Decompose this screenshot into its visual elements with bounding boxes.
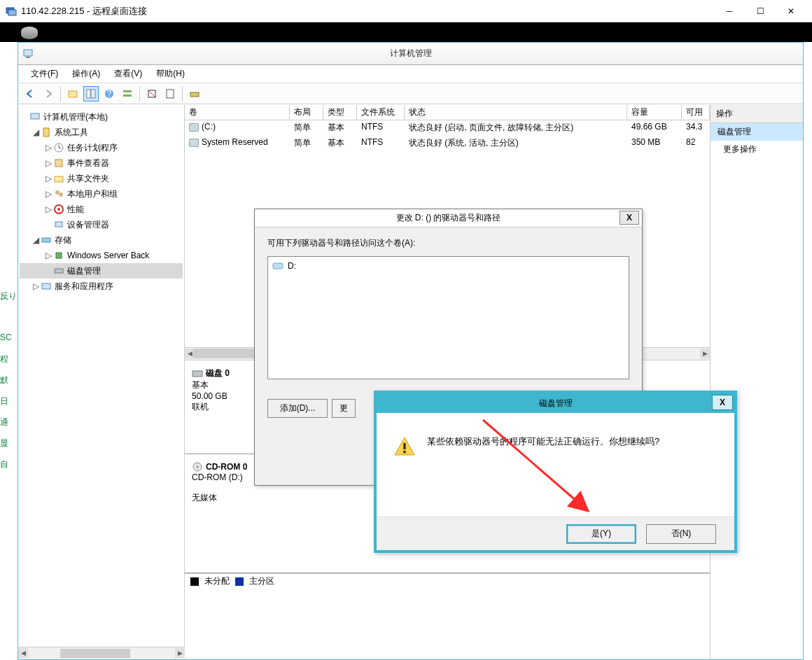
- svg-rect-28: [192, 371, 202, 377]
- volume-row[interactable]: System Reserved 简单基本 NTFS状态良好 (系统, 活动, 主…: [185, 136, 710, 151]
- svg-rect-6: [91, 90, 95, 98]
- refresh-button[interactable]: [144, 86, 160, 101]
- disk-0-title: 磁盘 0: [206, 367, 230, 379]
- svg-rect-25: [56, 253, 62, 258]
- svg-text:?: ?: [107, 89, 112, 99]
- confirm-dialog: 磁盘管理 X 某些依赖驱动器号的程序可能无法正确运行。你想继续吗? 是(Y) 否…: [374, 391, 737, 553]
- dlg2-message: 某些依赖驱动器号的程序可能无法正确运行。你想继续吗?: [427, 435, 659, 448]
- cdrom-title: CD-ROM 0: [206, 462, 247, 472]
- tree-button[interactable]: [83, 86, 99, 101]
- actions-header: 操作: [710, 105, 803, 123]
- warning-icon: [393, 435, 416, 458]
- tree-task-scheduler[interactable]: ▷任务计划程序: [20, 140, 183, 155]
- cmw-titlebar: 计算机管理: [18, 43, 803, 65]
- yes-button[interactable]: 是(Y): [566, 524, 636, 544]
- col-free[interactable]: 可用: [682, 105, 710, 120]
- menu-help[interactable]: 帮助(H): [149, 66, 192, 81]
- add-button[interactable]: 添加(D)...: [267, 399, 328, 418]
- dlg1-prompt: 可用下列驱动器号和路径访问这个卷(A):: [267, 237, 629, 249]
- navigation-tree[interactable]: 计算机管理(本地) ◢系统工具 ▷任务计划程序 ▷事件查看器 ▷共享文件夹 ▷本…: [18, 105, 185, 659]
- list-button[interactable]: [120, 86, 135, 101]
- help-icon-button[interactable]: ?: [102, 86, 117, 101]
- drive-letter-item[interactable]: D:: [272, 261, 624, 271]
- tree-performance[interactable]: ▷性能: [20, 202, 183, 217]
- col-type[interactable]: 类型: [323, 105, 357, 120]
- svg-rect-2: [24, 50, 32, 56]
- actions-more[interactable]: 更多操作: [710, 141, 803, 158]
- col-layout[interactable]: 布局: [290, 105, 323, 120]
- maximize-button[interactable]: ☐: [745, 0, 776, 22]
- menu-view[interactable]: 查看(V): [107, 66, 149, 81]
- close-button[interactable]: ✕: [776, 0, 806, 22]
- legend-unalloc: 未分配: [204, 575, 230, 587]
- disk-icon: [192, 369, 203, 379]
- svg-rect-27: [42, 283, 50, 289]
- svg-rect-5: [87, 90, 90, 98]
- change-button[interactable]: 更: [332, 399, 356, 418]
- menu-action[interactable]: 操作(A): [65, 66, 107, 81]
- svg-rect-3: [26, 57, 30, 58]
- up-button[interactable]: [65, 86, 80, 101]
- legend-primary: 主分区: [249, 575, 274, 587]
- remote-taskbar-strip: [0, 22, 812, 42]
- actions-disk-mgmt[interactable]: 磁盘管理: [710, 123, 803, 141]
- cdrom-icon: [192, 461, 203, 472]
- tree-storage[interactable]: ◢存储: [20, 232, 183, 248]
- props-button[interactable]: [162, 86, 178, 101]
- actions-pane: 操作 磁盘管理 更多操作: [710, 105, 803, 659]
- col-fs[interactable]: 文件系统: [357, 105, 405, 120]
- svg-rect-17: [55, 160, 62, 167]
- svg-rect-31: [273, 263, 283, 269]
- disk-icon: [21, 27, 38, 39]
- svg-rect-23: [55, 222, 62, 227]
- volume-icon: [189, 139, 199, 147]
- tree-system-tools[interactable]: ◢系统工具: [20, 125, 183, 140]
- volumes-header: 卷 布局 类型 文件系统 状态 容量 可用: [185, 105, 710, 120]
- forward-button[interactable]: [41, 86, 56, 101]
- volume-row[interactable]: (C:) 简单基本 NTFS状态良好 (启动, 页面文件, 故障转储, 主分区)…: [185, 120, 710, 136]
- tree-hscroll[interactable]: ◀▶: [18, 647, 185, 659]
- no-button[interactable]: 否(N): [646, 524, 716, 544]
- tree-disk-management[interactable]: 磁盘管理: [20, 263, 183, 279]
- col-status[interactable]: 状态: [405, 105, 627, 120]
- svg-rect-12: [167, 90, 174, 98]
- legend: 未分配 主分区: [185, 573, 710, 589]
- back-button[interactable]: [22, 86, 38, 101]
- svg-rect-9: [123, 90, 132, 92]
- tree-shared-folders[interactable]: ▷共享文件夹: [20, 171, 183, 186]
- drive-letter-listbox[interactable]: D:: [267, 256, 629, 379]
- menubar: 文件(F) 操作(A) 查看(V) 帮助(H): [18, 65, 803, 83]
- tree-root[interactable]: 计算机管理(本地): [20, 109, 183, 125]
- svg-rect-24: [42, 238, 50, 242]
- svg-rect-32: [403, 443, 405, 449]
- minimize-button[interactable]: ─: [714, 0, 745, 22]
- svg-rect-26: [55, 269, 63, 273]
- svg-rect-1: [8, 10, 16, 15]
- svg-rect-10: [123, 94, 132, 97]
- dlg2-titlebar: 磁盘管理 X: [377, 393, 734, 413]
- volume-icon: [189, 123, 199, 132]
- svg-rect-15: [43, 128, 49, 136]
- svg-point-30: [197, 466, 199, 468]
- rdc-icon: [6, 6, 17, 17]
- menu-file[interactable]: 文件(F): [24, 66, 65, 81]
- dlg1-titlebar: 更改 D: () 的驱动器号和路径 X: [255, 209, 642, 227]
- svg-rect-4: [69, 91, 77, 97]
- tree-local-users[interactable]: ▷本地用户和组: [20, 186, 183, 202]
- dlg2-close-button[interactable]: X: [712, 395, 733, 410]
- col-capacity[interactable]: 容量: [627, 105, 682, 120]
- toolbar: ?: [18, 83, 803, 104]
- col-volume[interactable]: 卷: [185, 105, 290, 120]
- rdc-title-text: 110.42.228.215 - 远程桌面连接: [21, 5, 714, 17]
- dlg1-title-text: 更改 D: () 的驱动器号和路径: [396, 212, 501, 224]
- tree-event-viewer[interactable]: ▷事件查看器: [20, 155, 183, 171]
- drive-icon: [272, 261, 284, 271]
- background-leak: 反りSC 程默日 通显自: [0, 290, 18, 479]
- extra-button[interactable]: [187, 86, 202, 101]
- dlg1-close-button[interactable]: X: [620, 211, 639, 225]
- tree-wsb[interactable]: ▷Windows Server Back: [20, 248, 183, 263]
- tree-device-manager[interactable]: 设备管理器: [20, 217, 183, 232]
- tree-services-apps[interactable]: ▷服务和应用程序: [20, 279, 183, 294]
- rdc-titlebar: 110.42.228.215 - 远程桌面连接 ─ ☐ ✕: [0, 0, 812, 22]
- cmw-icon: [22, 48, 34, 59]
